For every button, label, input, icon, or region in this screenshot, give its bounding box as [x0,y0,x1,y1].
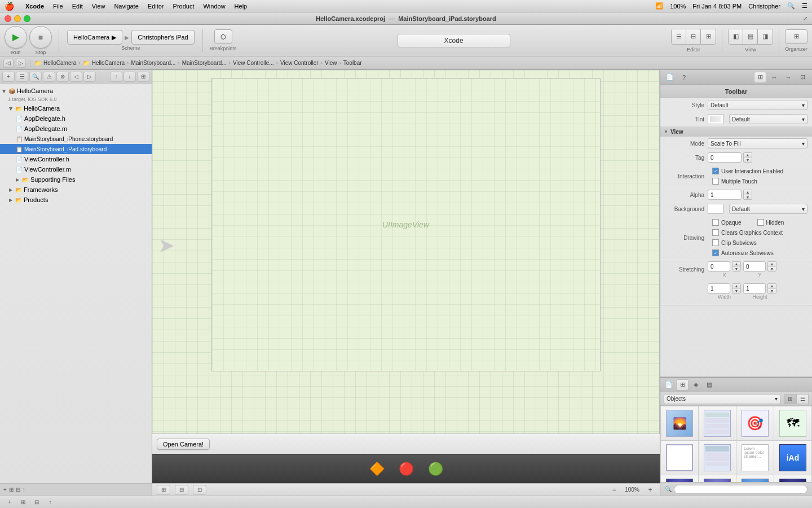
stepper-down-icon[interactable]: ▼ [732,289,740,294]
opaque-checkbox[interactable] [712,219,719,226]
user-interaction-checkbox[interactable]: ✓ [712,168,719,174]
sidebar-item-storyboard-iphone[interactable]: 📋 MainStoryboard_iPhone.storyboard [0,134,152,144]
object-cell-map[interactable]: 🗺 [774,406,811,440]
stretch-w-stepper[interactable]: ▲ ▼ [732,283,741,294]
breakpoints-button[interactable]: ⬡ [214,29,232,44]
stepper-up-icon[interactable]: ▲ [732,284,740,289]
breadcrumb-3[interactable]: MainStoryboard... [182,60,227,66]
stepper-down-icon[interactable]: ▼ [768,289,776,294]
stepper-up-icon[interactable]: ▲ [768,284,776,289]
inspector-tab-quick[interactable]: ? [678,72,690,83]
utilities-btn[interactable]: ◨ [758,29,773,44]
sidebar-item-viewcontroller-h[interactable]: 📄 ViewController.h [0,154,152,164]
inspector-tab-bindings[interactable]: ⊡ [796,72,809,83]
stretch-y-input[interactable]: 0 [743,261,766,271]
sidebar-related-btn[interactable]: ⊞ [137,72,149,82]
mode-select[interactable]: Scale To Fill ▾ [708,138,807,148]
objects-tab-class[interactable]: ⊞ [676,379,689,391]
sidebar-filter-btn[interactable]: 🔍 [29,72,42,82]
object-cell-iad[interactable]: iAd [774,441,811,475]
objects-grid-btn[interactable]: ⊞ [784,394,796,404]
object-cell-imageview[interactable]: 🌄 [661,406,698,440]
multiple-touch-checkbox[interactable] [712,178,719,185]
alpha-input[interactable]: 1 [708,190,742,200]
nav-forward-btn[interactable]: ▷ [16,59,26,68]
sidebar-jump2-btn[interactable]: ↓ [123,72,136,82]
run-button[interactable]: ▶ [5,26,27,49]
objects-tab-table[interactable]: ▤ [703,379,716,391]
object-cell-view[interactable] [661,441,698,475]
sidebar-forward-btn[interactable]: ▷ [83,72,96,82]
scheme-target-btn[interactable]: HelloCamera ▶ [67,30,122,45]
stop-button[interactable]: ■ [29,26,52,49]
open-camera-button[interactable]: Open Camera! [157,439,210,450]
canvas-area[interactable]: ➤ UIImageView [152,70,660,433]
breadcrumb-2[interactable]: MainStoryboard... [131,60,175,66]
tint-color-swatch[interactable] [708,114,723,124]
background-color-swatch[interactable] [708,204,723,214]
sidebar-add-btn[interactable]: + [2,72,15,82]
sidebar-warning-btn[interactable]: ⚠ [43,72,55,82]
stretch-y-stepper[interactable]: ▲ ▼ [767,261,776,271]
sidebar-jump-btn[interactable]: ↑ [110,72,122,82]
tint-select[interactable]: Default ▾ [729,114,807,124]
menu-product[interactable]: Product [173,3,195,10]
object-cell-dark[interactable] [774,475,811,482]
menu-navigate[interactable]: Navigate [114,3,138,10]
version-editor-btn[interactable]: ⊞ [701,29,716,44]
debug-area-btn[interactable]: ▤ [743,29,758,44]
sidebar-item-hellocamera-group[interactable]: ▶ 📂 HelloCamera [0,103,152,113]
dark-bar-icon-1[interactable]: 🔴 [396,459,416,479]
sidebar-item-frameworks[interactable]: ▶ 📂 Frameworks [0,185,152,195]
stretch-h-stepper[interactable]: ▲ ▼ [767,283,776,294]
standard-editor-btn[interactable]: ☰ [672,29,686,44]
bottom-list-btn[interactable]: ⊟ [32,498,42,507]
objects-search-input[interactable] [674,485,807,494]
stretch-x-input[interactable]: 0 [708,261,730,271]
menu-window[interactable]: Window [203,3,225,10]
stepper-down-icon[interactable]: ▼ [732,267,740,271]
nav-back-btn[interactable]: ◁ [3,59,14,68]
sidebar-item-hellocamera-root[interactable]: ▶ 📦 HelloCamera [0,86,152,96]
autoresize-checkbox[interactable]: ✓ [712,249,719,256]
menu-view[interactable]: View [92,3,105,10]
object-cell-pin[interactable]: 🎯 [736,406,774,440]
view-section-header[interactable]: ▼ View [660,126,812,137]
objects-select[interactable]: Objects ▾ [664,394,780,404]
sidebar-item-products[interactable]: ▶ 📂 Products [0,195,152,205]
breadcrumb-5[interactable]: View Controller [280,60,319,66]
close-button[interactable] [5,15,11,22]
object-cell-scatter[interactable] [699,475,736,482]
grid-btn[interactable]: ⊞ [9,487,14,493]
list-icon[interactable]: ☰ [802,2,807,10]
stepper-up-icon[interactable]: ▲ [744,190,752,195]
object-cell-tableview[interactable] [699,406,736,440]
scheme-device-btn[interactable]: Christopher's iPad [131,30,195,45]
tag-input[interactable]: 0 [708,152,742,163]
breadcrumb-0[interactable]: HelloCamera [43,60,76,66]
inspector-tab-connections[interactable]: → [782,72,795,83]
page-btn-2[interactable]: ⊟ [175,485,188,495]
page-btn-3[interactable]: ⊡ [193,485,206,495]
breadcrumb-7[interactable]: Toolbar [343,60,362,66]
stepper-up-icon[interactable]: ▲ [732,262,740,267]
menu-xcode[interactable]: Xcode [25,3,44,10]
style-select[interactable]: Default ▾ [708,100,807,110]
object-cell-textview[interactable]: Lorem ipsum dolor sit amet... [736,441,774,475]
maximize-button[interactable] [24,15,30,22]
navigator-btn[interactable]: ◧ [729,29,743,44]
list-btn[interactable]: ⊟ [16,487,20,493]
organizer-btn[interactable]: ⊞ [785,29,807,44]
menu-help[interactable]: Help [235,3,248,10]
breadcrumb-1[interactable]: HelloCamera [92,60,125,66]
stepper-up-icon[interactable]: ▲ [744,153,752,158]
clears-checkbox[interactable] [712,229,719,236]
object-cell-color[interactable] [736,475,774,482]
clip-checkbox[interactable] [712,239,719,246]
menu-edit[interactable]: Edit [72,3,83,10]
objects-tab-identity[interactable]: ◈ [690,379,702,391]
menu-editor[interactable]: Editor [148,3,164,10]
alpha-stepper[interactable]: ▲ ▼ [743,190,752,200]
apple-menu[interactable]: 🍎 [5,2,14,11]
inspector-tab-file[interactable]: 📄 [664,72,676,83]
